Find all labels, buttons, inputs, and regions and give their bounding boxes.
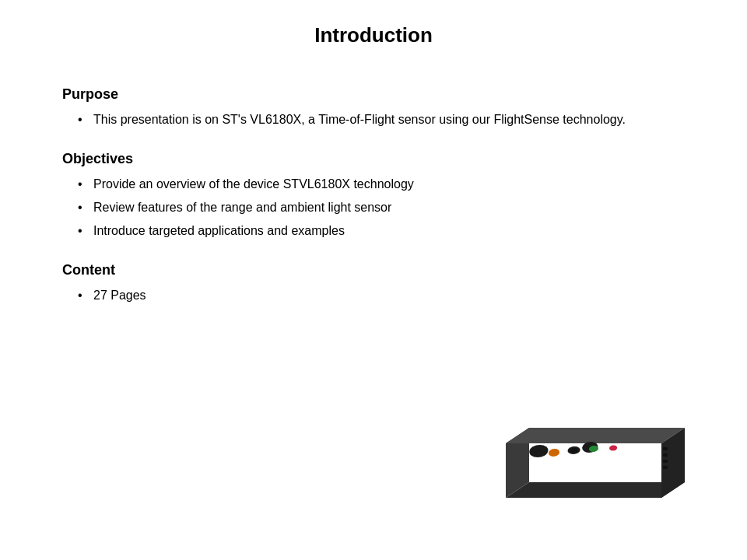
svg-rect-14 [663,466,668,469]
objectives-bullet-1: Provide an overview of the device STVL61… [78,175,685,194]
purpose-section: Purpose This presentation is on ST's VL6… [62,86,685,129]
objectives-bullet-2: Review features of the range and ambient… [78,198,685,217]
purpose-bullet-list: This presentation is on ST's VL6180X, a … [62,110,685,129]
content-bullet-list: 27 Pages [62,286,685,305]
device-image [482,373,685,529]
objectives-bullet-3: Introduce targeted applications and exam… [78,222,685,240]
purpose-heading: Purpose [62,86,685,103]
svg-rect-13 [663,460,668,463]
content-section: Content 27 Pages [62,262,685,305]
svg-rect-12 [663,453,668,457]
svg-point-8 [608,446,617,451]
objectives-section: Objectives Provide an overview of the de… [62,151,685,240]
purpose-bullet-1: This presentation is on ST's VL6180X, a … [78,110,685,129]
sensor-svg [482,373,685,529]
svg-point-6 [548,449,560,457]
objectives-heading: Objectives [62,151,685,167]
objectives-bullet-list: Provide an overview of the device STVL61… [62,175,685,240]
content-bullet-1: 27 Pages [78,286,685,305]
svg-point-4 [528,445,549,457]
slide-container: Introduction Purpose This presentation i… [0,0,747,560]
svg-rect-11 [663,447,668,450]
slide-title: Introduction [62,23,685,47]
svg-marker-0 [506,482,685,498]
content-heading: Content [62,262,685,278]
